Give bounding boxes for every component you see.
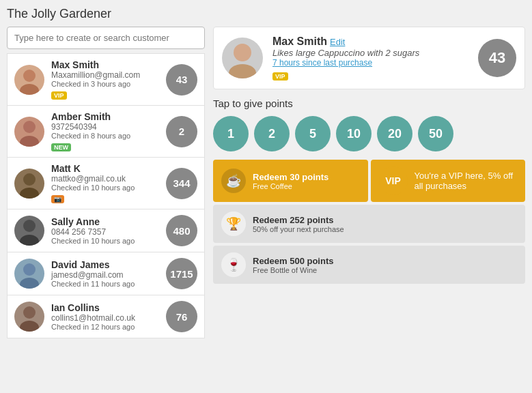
customer-phone: 0844 256 7357: [51, 227, 166, 237]
avatar-david-james: [14, 259, 44, 289]
vip-card[interactable]: VIP You're a VIP here, 5% off all purcha…: [371, 160, 526, 202]
img-badge: 📷: [51, 195, 64, 203]
wine-icon: 🍷: [221, 252, 246, 277]
customer-item-david-james[interactable]: David James jamesd@gmail.com Checked in …: [7, 252, 205, 295]
svg-point-5: [20, 188, 39, 199]
redeem-30-title: Redeem 30 points: [253, 172, 328, 182]
customer-item-amber-smith[interactable]: Amber Smith 9372540394 Checked in 8 hour…: [7, 105, 205, 157]
point-btn-1[interactable]: 1: [213, 116, 249, 151]
customer-item-matt-k[interactable]: Matt K mattko@gmail.co.uk Checked in 10 …: [7, 157, 205, 209]
customer-info-sally-anne: Sally Anne 0844 256 7357 Checked in 10 h…: [51, 216, 166, 245]
new-badge: NEW: [51, 143, 71, 151]
customer-list: Max Smith Maxamillion@gmail.com Checked …: [7, 53, 205, 338]
point-btn-50[interactable]: 50: [418, 116, 453, 151]
trophy-icon: 🏆: [221, 212, 246, 236]
customer-checkin: Checked in 12 hours ago: [51, 323, 166, 331]
redeem-30-sub: Free Coffee: [253, 182, 328, 190]
customer-name: David James: [51, 259, 166, 270]
customer-name: Amber Smith: [51, 111, 166, 122]
svg-point-4: [23, 173, 36, 186]
customer-item-max-smith[interactable]: Max Smith Maxamillion@gmail.com Checked …: [7, 53, 205, 105]
selected-info: Max Smith Edit Likes large Cappuccino wi…: [272, 35, 478, 81]
svg-point-10: [23, 306, 36, 319]
redeem-252-sub: 50% off your next purchase: [253, 225, 344, 233]
svg-point-7: [20, 235, 39, 246]
badge-container: NEW: [51, 141, 166, 151]
edit-link[interactable]: Edit: [330, 37, 345, 47]
customer-item-ian-collins[interactable]: Ian Collins collins1@hotmail.co.uk Check…: [7, 295, 205, 338]
point-btn-10[interactable]: 10: [336, 116, 372, 151]
redeem-500-sub: Free Bottle of Wine: [253, 266, 334, 274]
customer-info-amber-smith: Amber Smith 9372540394 Checked in 8 hour…: [51, 111, 166, 151]
redeem-500-points[interactable]: 🍷 Redeem 500 points Free Bottle of Wine: [213, 246, 525, 284]
redeem-500-info: Redeem 500 points Free Bottle of Wine: [253, 256, 334, 274]
points-bubble: 344: [166, 168, 197, 199]
selected-vip-badge: VIP: [272, 72, 288, 81]
avatar-matt-k: [14, 169, 44, 199]
customer-email: collins1@hotmail.co.uk: [51, 313, 166, 323]
customer-checkin: Checked in 8 hours ago: [51, 132, 166, 140]
customer-email: jamesd@gmail.com: [51, 270, 166, 280]
point-btn-5[interactable]: 5: [295, 116, 331, 151]
svg-point-3: [20, 136, 39, 147]
svg-point-1: [20, 84, 39, 95]
customer-phone: 9372540394: [51, 122, 166, 132]
vip-badge-large: VIP: [379, 166, 408, 195]
svg-point-6: [23, 220, 36, 232]
customer-item-sally-anne[interactable]: Sally Anne 0844 256 7357 Checked in 10 h…: [7, 209, 205, 252]
redeem-30-points[interactable]: ☕ Redeem 30 points Free Coffee: [213, 160, 368, 202]
customer-info-matt-k: Matt K mattko@gmail.co.uk Checked in 10 …: [51, 163, 166, 203]
coffee-icon: ☕: [221, 169, 246, 193]
avatar-amber-smith: [14, 117, 44, 147]
customer-name: Sally Anne: [51, 216, 166, 227]
customer-info-ian-collins: Ian Collins collins1@hotmail.co.uk Check…: [51, 302, 166, 331]
svg-point-9: [20, 278, 39, 289]
customer-name: Max Smith: [51, 59, 166, 70]
svg-point-13: [229, 64, 256, 78]
avatar-ian-collins: [14, 302, 44, 332]
svg-point-11: [20, 321, 39, 332]
left-panel: Max Smith Maxamillion@gmail.com Checked …: [7, 27, 205, 338]
redeem-252-info: Redeem 252 points 50% off your next purc…: [253, 215, 344, 233]
customer-email: Maxamillion@gmail.com: [51, 70, 166, 80]
redeem-grid: ☕ Redeem 30 points Free Coffee VIP You'r…: [213, 160, 525, 284]
selected-last-purchase[interactable]: 7 hours since last purchase: [272, 58, 478, 68]
customer-info-max-smith: Max Smith Maxamillion@gmail.com Checked …: [51, 59, 166, 100]
selected-description: Likes large Cappuccino with 2 sugars: [272, 48, 478, 58]
points-bubble: 43: [166, 64, 197, 96]
point-btn-20[interactable]: 20: [377, 116, 412, 151]
points-bubble: 76: [166, 301, 197, 332]
redeem-500-title: Redeem 500 points: [253, 256, 334, 266]
app-title: The Jolly Gardener: [7, 7, 525, 21]
selected-points-bubble: 43: [478, 39, 516, 77]
vip-text: You're a VIP here, 5% off all purchases: [415, 171, 518, 191]
badge-container: VIP: [51, 89, 166, 100]
customer-search-input[interactable]: [7, 27, 205, 49]
avatar-max-smith: [14, 65, 44, 95]
tap-title: Tap to give points: [213, 98, 525, 109]
svg-point-8: [23, 263, 36, 276]
customer-checkin: Checked in 3 hours ago: [51, 80, 166, 88]
customer-info-david-james: David James jamesd@gmail.com Checked in …: [51, 259, 166, 288]
redeem-252-points[interactable]: 🏆 Redeem 252 points 50% off your next pu…: [213, 205, 525, 243]
selected-customer-name: Max Smith: [272, 35, 327, 48]
customer-email: mattko@gmail.co.uk: [51, 174, 166, 184]
tap-section: Tap to give points 1 2 5 10 20 50: [213, 98, 525, 151]
customer-name: Ian Collins: [51, 302, 166, 313]
customer-checkin: Checked in 11 hours ago: [51, 280, 166, 288]
redeem-252-title: Redeem 252 points: [253, 215, 344, 225]
customer-name: Matt K: [51, 163, 166, 174]
customer-checkin: Checked in 10 hours ago: [51, 184, 166, 192]
point-btn-2[interactable]: 2: [254, 116, 290, 151]
selected-avatar: [222, 38, 263, 78]
svg-point-2: [23, 121, 36, 133]
customer-checkin: Checked in 10 hours ago: [51, 237, 166, 245]
badge-container: 📷: [51, 193, 166, 203]
main-layout: Max Smith Maxamillion@gmail.com Checked …: [7, 27, 525, 338]
avatar-sally-anne: [14, 216, 44, 246]
vip-badge: VIP: [51, 91, 67, 100]
svg-point-12: [234, 44, 251, 61]
redeem-30-info: Redeem 30 points Free Coffee: [253, 172, 328, 190]
points-bubble: 480: [166, 215, 197, 246]
points-bubble: 2: [166, 116, 197, 147]
